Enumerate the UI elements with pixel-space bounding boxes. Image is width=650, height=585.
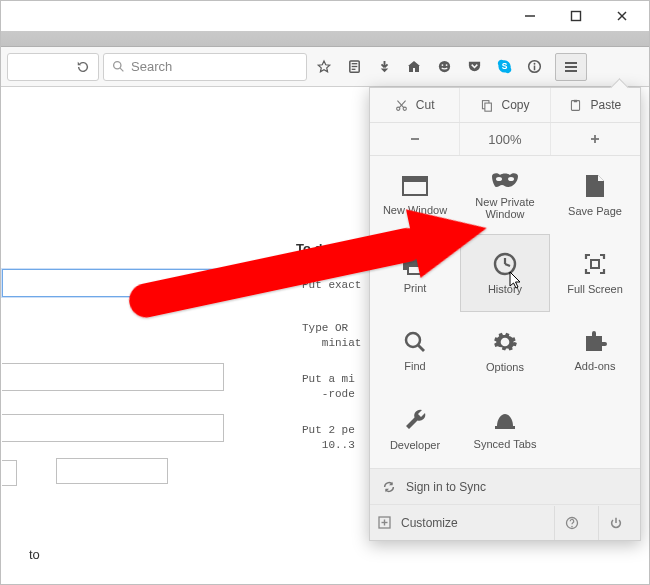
svg-line-40	[505, 264, 510, 266]
hint-2: Type OR miniat	[302, 321, 361, 351]
svg-rect-32	[403, 177, 427, 182]
paste-button[interactable]: Paste	[551, 88, 640, 122]
close-button[interactable]	[601, 5, 643, 27]
search-box[interactable]: Search	[103, 53, 307, 81]
fullscreen-icon	[582, 251, 608, 277]
svg-rect-41	[591, 260, 599, 268]
menu-find[interactable]: Find	[370, 312, 460, 390]
edit-row: Cut Copy Paste	[370, 88, 640, 123]
hint-1: Put exact	[302, 278, 361, 293]
menu-footer: Customize	[370, 504, 640, 540]
tab-strip	[1, 31, 649, 47]
menu-print[interactable]: Print	[370, 234, 460, 312]
power-icon	[609, 516, 623, 530]
mask-icon	[490, 170, 520, 190]
printer-icon	[401, 252, 429, 276]
info-icon[interactable]	[521, 53, 547, 81]
svg-line-43	[418, 345, 424, 351]
minimize-button[interactable]	[509, 5, 551, 27]
svg-point-33	[496, 177, 502, 181]
plus-icon	[378, 516, 391, 529]
navigation-toolbar: Search S	[1, 47, 649, 87]
reload-icon[interactable]	[76, 60, 90, 74]
svg-rect-27	[574, 99, 577, 101]
wrench-icon	[402, 407, 428, 433]
svg-point-12	[445, 64, 447, 66]
svg-point-44	[502, 339, 509, 346]
input-field-3[interactable]	[2, 414, 224, 442]
svg-rect-45	[495, 426, 515, 429]
hint-3: Put a mi -rode	[302, 372, 355, 402]
menu-new-private-window[interactable]: New Private Window	[460, 156, 550, 234]
menu-save-page[interactable]: Save Page	[550, 156, 640, 234]
zoom-in-button[interactable]	[551, 123, 640, 155]
svg-point-42	[406, 333, 420, 347]
svg-point-11	[441, 64, 443, 66]
zoom-out-button[interactable]	[370, 123, 460, 155]
input-field-4a[interactable]	[2, 460, 17, 486]
maximize-button[interactable]	[555, 5, 597, 27]
gear-icon	[492, 329, 518, 355]
svg-rect-1	[572, 12, 581, 21]
menu-addons[interactable]: Add-ons	[550, 312, 640, 390]
svg-point-4	[114, 62, 121, 69]
svg-rect-16	[533, 66, 535, 71]
pocket-icon[interactable]	[461, 53, 487, 81]
sync-icon	[382, 480, 396, 494]
puzzle-icon	[582, 330, 608, 354]
hamburger-icon	[563, 60, 579, 74]
zoom-level[interactable]: 100%	[460, 123, 550, 155]
app-menu-panel: Cut Copy Paste 100% New Window New Priva…	[369, 87, 641, 541]
menu-synced-tabs[interactable]: Synced Tabs	[460, 390, 550, 468]
question-icon	[565, 516, 579, 530]
customize-button[interactable]: Customize	[401, 516, 458, 530]
sign-in-sync[interactable]: Sign in to Sync	[370, 468, 640, 504]
zoom-row: 100%	[370, 123, 640, 156]
menu-button[interactable]	[555, 53, 587, 81]
page-icon	[584, 173, 606, 199]
svg-text:S: S	[501, 61, 507, 71]
scissors-icon	[395, 99, 408, 112]
quit-button[interactable]	[598, 506, 632, 540]
svg-point-50	[571, 525, 573, 527]
menu-full-screen[interactable]: Full Screen	[550, 234, 640, 312]
skype-icon[interactable]: S	[491, 53, 517, 81]
svg-point-15	[533, 63, 535, 65]
downloads-icon[interactable]	[371, 53, 397, 81]
reading-list-icon[interactable]	[341, 53, 367, 81]
svg-line-5	[120, 68, 123, 71]
find-icon	[403, 330, 427, 354]
input-field-2[interactable]	[2, 363, 224, 391]
search-icon	[112, 60, 125, 73]
synced-tabs-icon	[493, 408, 517, 432]
history-icon	[492, 251, 518, 277]
menu-history[interactable]: History	[460, 234, 550, 312]
svg-point-10	[438, 61, 449, 72]
input-field-1[interactable]	[2, 269, 224, 297]
svg-rect-35	[407, 254, 423, 260]
url-bar[interactable]	[7, 53, 99, 81]
copy-button[interactable]: Copy	[460, 88, 550, 122]
help-button[interactable]	[554, 506, 588, 540]
menu-new-window[interactable]: New Window	[370, 156, 460, 234]
menu-options[interactable]: Options	[460, 312, 550, 390]
copy-icon	[480, 99, 493, 112]
window-icon	[401, 174, 429, 198]
menu-grid: New Window New Private Window Save Page …	[370, 156, 640, 468]
bookmark-star-button[interactable]	[311, 53, 337, 81]
svg-point-34	[508, 177, 514, 181]
search-placeholder: Search	[131, 59, 172, 74]
to-label: to	[29, 547, 40, 562]
clipboard-icon	[569, 99, 582, 112]
svg-rect-37	[408, 266, 422, 274]
smiley-icon[interactable]	[431, 53, 457, 81]
menu-developer[interactable]: Developer	[370, 390, 460, 468]
page-title: To do this	[296, 241, 357, 256]
input-field-4b[interactable]	[56, 458, 168, 484]
home-icon[interactable]	[401, 53, 427, 81]
window-titlebar	[1, 1, 649, 31]
svg-rect-25	[485, 103, 492, 111]
cut-button[interactable]: Cut	[370, 88, 460, 122]
menu-empty-cell	[550, 390, 640, 468]
hint-4: Put 2 pe 10..3	[302, 423, 355, 453]
